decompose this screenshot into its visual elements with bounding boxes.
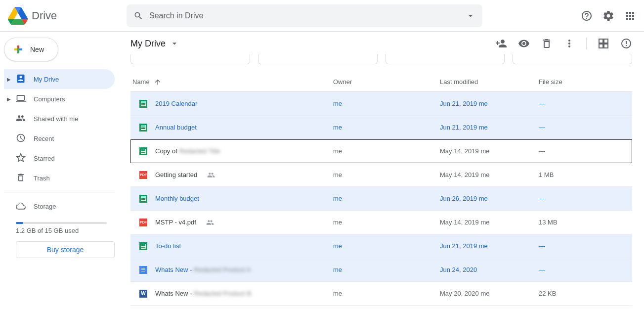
expand-icon: ▶	[7, 77, 11, 82]
quick-card[interactable]	[258, 54, 378, 64]
file-name-cell: Whats New - Redacted Product A	[130, 266, 333, 274]
file-size-cell: —	[539, 242, 632, 250]
expand-icon: ▶	[7, 96, 11, 102]
file-size-cell: 22 KB	[539, 290, 632, 297]
file-owner-cell: me	[333, 171, 440, 178]
file-name: Copy of Redacted Title	[155, 147, 220, 155]
file-owner-cell: me	[333, 290, 440, 297]
file-modified-cell: May 14, 2019 me	[440, 219, 539, 226]
sidebar-item-shared[interactable]: Shared with me	[4, 109, 115, 129]
search-input[interactable]	[149, 11, 475, 20]
quick-card[interactable]	[513, 54, 632, 64]
share-add-person-icon[interactable]	[495, 38, 507, 49]
drive-logo-icon	[8, 6, 28, 26]
table-row[interactable]: Annual budgetmeJun 21, 2019 me—	[130, 116, 632, 139]
pdf-icon: PDF	[139, 171, 147, 179]
col-modified-header[interactable]: Last modified	[440, 78, 539, 86]
table-row[interactable]: PDFMSTP - v4.pdfmeMay 14, 2019 me13 MB	[130, 211, 632, 234]
preview-icon[interactable]	[518, 38, 530, 49]
file-owner-cell: me	[333, 242, 440, 250]
sidebar-item-label: Computers	[34, 95, 65, 103]
starred-icon	[16, 153, 26, 164]
sidebar-item-label: Starred	[34, 155, 55, 162]
sidebar: New ▶My Drive▶ComputersShared with meRec…	[0, 32, 119, 309]
computers-icon	[16, 93, 26, 105]
search-bar[interactable]	[127, 4, 482, 27]
storage-meter	[16, 222, 107, 224]
sidebar-item-label: My Drive	[34, 76, 59, 83]
file-name-cell: Copy of Redacted Title	[130, 147, 333, 155]
sort-arrow-up-icon	[154, 78, 162, 86]
file-size-cell: —	[539, 124, 632, 131]
file-modified-cell: May 14, 2019 me	[440, 171, 539, 178]
file-name-cell: 2019 Calendar	[130, 100, 333, 108]
table-row[interactable]: Copy of Redacted TitlemeMay 14, 2019 me—	[130, 139, 632, 163]
sidebar-item-recent[interactable]: Recent	[4, 129, 115, 148]
file-name-cell: To-do list	[130, 242, 333, 250]
shared-indicator-icon	[206, 219, 214, 226]
more-options-icon[interactable]	[563, 38, 575, 49]
grid-view-icon[interactable]	[598, 38, 609, 49]
file-owner-cell: me	[333, 100, 440, 107]
sidebar-item-label: Shared with me	[34, 115, 78, 123]
table-row[interactable]: To-do listmeJun 21, 2019 me—	[130, 234, 632, 258]
buy-storage-button[interactable]: Buy storage	[16, 241, 115, 258]
breadcrumb-title: My Drive	[130, 39, 166, 49]
table-row[interactable]: 2019 CalendarmeJun 21, 2019 me—	[130, 92, 632, 116]
pdf-icon: PDF	[139, 219, 147, 226]
apps-icon[interactable]	[624, 10, 636, 22]
file-name: To-do list	[155, 242, 181, 250]
new-button-label: New	[30, 45, 44, 53]
app-name: Drive	[32, 9, 57, 22]
new-button[interactable]: New	[4, 38, 58, 61]
file-owner-cell: me	[333, 147, 440, 155]
col-name-header[interactable]: Name	[130, 78, 333, 86]
sidebar-item-starred[interactable]: Starred	[4, 148, 115, 168]
storage-used-text: 1.2 GB of 15 GB used	[16, 227, 115, 234]
file-size-cell: 13 MB	[539, 219, 632, 226]
file-owner-cell: me	[333, 219, 440, 226]
file-owner-cell: me	[333, 195, 440, 202]
col-size-header[interactable]: File size	[539, 78, 632, 86]
app-logo-area[interactable]: Drive	[8, 6, 127, 26]
file-modified-cell: Jun 21, 2019 me	[440, 242, 539, 250]
file-size-cell: —	[539, 266, 632, 273]
file-size-cell: —	[539, 100, 632, 107]
settings-icon[interactable]	[602, 10, 614, 22]
table-header: Name Owner Last modified File size	[130, 72, 632, 92]
file-modified-cell: Jun 21, 2019 me	[440, 124, 539, 131]
file-name: Getting started	[155, 171, 197, 178]
table-row[interactable]: Monthly budgetmeJun 26, 2019 me—	[130, 187, 632, 211]
col-owner-header[interactable]: Owner	[333, 78, 440, 86]
trash-icon	[16, 173, 26, 184]
file-size-cell: 1 MB	[539, 171, 632, 178]
help-icon[interactable]	[581, 10, 593, 22]
file-name: MSTP - v4.pdf	[155, 219, 196, 226]
table-row[interactable]: Whats New - Redacted Product AmeJun 24, …	[130, 258, 632, 282]
file-name: Whats New - Redacted Product B	[155, 290, 251, 297]
table-row[interactable]: PDFGetting startedmeMay 14, 2019 me1 MB	[130, 163, 632, 187]
file-modified-cell: Jun 21, 2019 me	[440, 100, 539, 107]
file-name: Monthly budget	[155, 195, 199, 202]
details-icon[interactable]	[620, 38, 632, 49]
sidebar-item-mydrive[interactable]: ▶My Drive	[4, 69, 115, 89]
breadcrumb[interactable]: My Drive	[130, 39, 179, 49]
quick-card[interactable]	[386, 54, 505, 64]
file-modified-cell: May 20, 2020 me	[440, 290, 539, 297]
file-name: Whats New - Redacted Product A	[155, 266, 251, 273]
mydrive-icon	[16, 74, 26, 85]
file-name-cell: Monthly budget	[130, 195, 333, 203]
sidebar-item-trash[interactable]: Trash	[4, 168, 115, 188]
sidebar-item-computers[interactable]: ▶Computers	[4, 89, 115, 109]
file-size-cell: —	[539, 195, 632, 202]
table-row[interactable]: WWhats New - Redacted Product BmeMay 20,…	[130, 282, 632, 306]
file-name-cell: WWhats New - Redacted Product B	[130, 290, 333, 298]
remove-icon[interactable]	[541, 38, 553, 49]
file-name-cell: PDFGetting started	[130, 171, 333, 179]
search-options-icon[interactable]	[466, 11, 475, 21]
storage-item[interactable]: Storage	[4, 196, 115, 216]
file-modified-cell: May 14, 2019 me	[440, 147, 539, 155]
file-name-cell: Annual budget	[130, 124, 333, 132]
sidebar-item-label: Recent	[34, 135, 54, 142]
quick-card[interactable]	[130, 54, 250, 64]
